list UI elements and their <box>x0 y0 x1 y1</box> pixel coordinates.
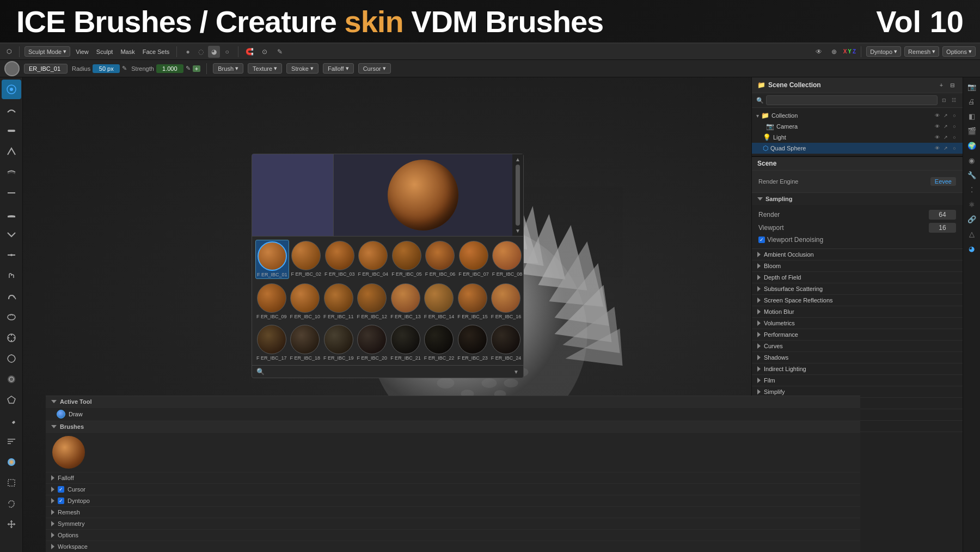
simplify-brush-icon[interactable] <box>2 432 21 451</box>
stroke-dropdown[interactable]: Stroke ▾ <box>286 63 318 74</box>
snapping-icon[interactable]: 🧲 <box>243 46 255 58</box>
overlay-icon[interactable]: 👁 <box>813 46 825 58</box>
brush-item-17[interactable]: F ER_IBC_17 <box>255 324 288 362</box>
brush-item-08[interactable]: F ER_IBC_08 <box>491 240 524 279</box>
symmetry-section[interactable]: Symmetry <box>46 518 860 530</box>
collection-item-light[interactable]: 💡 Light 👁 ↗ ○ <box>752 132 963 143</box>
dyntopo-checkbox[interactable]: ✓ <box>58 498 64 504</box>
brush-panel-down-btn[interactable]: ▼ <box>515 228 520 234</box>
flatten-tool-icon[interactable] <box>2 183 21 203</box>
clay-tool-icon[interactable] <box>2 100 21 120</box>
options-dropdown[interactable]: Options ▾ <box>942 46 976 57</box>
brush-item-07[interactable]: F ER_IBC_07 <box>457 240 490 279</box>
render-engine-value[interactable]: Eevee <box>930 177 956 186</box>
camera-select-icon[interactable]: ↗ <box>942 123 950 130</box>
performance-section[interactable]: Performance <box>752 329 963 341</box>
sampling-header[interactable]: Sampling <box>752 193 963 205</box>
render-value[interactable]: 64 <box>929 210 956 220</box>
solid-shading-icon[interactable]: ● <box>182 46 194 58</box>
filter-btn-1[interactable]: ⊡ <box>940 96 948 105</box>
blob-tool-icon[interactable] <box>2 349 21 368</box>
brush-search-input[interactable] <box>267 368 511 375</box>
dyntopo-dropdown[interactable]: Dyntopo ▾ <box>866 46 901 57</box>
pinch-tool-icon[interactable] <box>2 245 21 265</box>
brush-item-23[interactable]: F ER_IBC_23 <box>456 324 489 362</box>
depth-of-field-section[interactable]: Depth of Field <box>752 272 963 283</box>
cursor-section[interactable]: ✓ Cursor <box>46 484 860 495</box>
quad-sphere-eye-icon[interactable]: 👁 <box>933 144 941 152</box>
grab-tool-icon[interactable] <box>2 266 21 286</box>
elastic-deform-icon[interactable] <box>2 307 21 327</box>
smooth-tool-icon[interactable] <box>2 162 21 182</box>
brush-item-12[interactable]: F ER_IBC_12 <box>356 282 389 320</box>
view-layer-props-icon[interactable]: ◧ <box>965 109 979 123</box>
brush-item-02[interactable]: F ER_IBC_02 <box>290 240 323 279</box>
brush-item-11[interactable]: F ER_IBC_11 <box>322 282 355 320</box>
curves-section[interactable]: Curves <box>752 341 963 352</box>
new-collection-btn[interactable]: + <box>936 80 946 90</box>
gizmo-icon[interactable]: ⊕ <box>828 46 840 58</box>
brushes-header[interactable]: Brushes <box>46 421 860 433</box>
box-icon[interactable] <box>2 473 21 493</box>
snake-hook-icon[interactable] <box>2 287 21 306</box>
remesh-dropdown[interactable]: Remesh ▾ <box>904 46 939 57</box>
active-brush-indicator[interactable] <box>4 61 20 76</box>
rendered-icon[interactable]: ○ <box>221 46 233 58</box>
blender-logo[interactable]: ⬡ <box>4 47 14 56</box>
shadows-section[interactable]: Shadows <box>752 352 963 363</box>
sculpt-menu[interactable]: Sculpt <box>94 47 115 56</box>
camera-eye-icon[interactable]: 👁 <box>933 123 941 130</box>
active-tool-header[interactable]: Active Tool <box>46 396 860 408</box>
scene-props-icon[interactable]: 🎬 <box>965 124 979 138</box>
strength-value[interactable]: 1.000 <box>156 64 183 73</box>
strength-edit-icon[interactable]: ✎ <box>186 65 191 72</box>
brush-item-10[interactable]: F ER_IBC_10 <box>289 282 322 320</box>
xyz-widget[interactable]: X Y Z <box>843 48 856 54</box>
light-select-icon[interactable]: ↗ <box>942 134 950 141</box>
screen-space-reflections-section[interactable]: Screen Space Reflections <box>752 295 963 306</box>
brush-item-09[interactable]: F ER_IBC_09 <box>255 282 288 320</box>
indirect-lighting-section[interactable]: Indirect Lighting <box>752 363 963 375</box>
output-props-icon[interactable]: 🖨 <box>965 94 979 108</box>
paint-icon[interactable] <box>2 411 21 430</box>
cursor-checkbox[interactable]: ✓ <box>58 486 64 493</box>
physics-props-icon[interactable]: ⚛ <box>965 197 979 211</box>
object-props-icon[interactable]: ◉ <box>965 153 979 167</box>
wireframe-icon[interactable]: ◌ <box>195 46 207 58</box>
subsurface-scattering-section[interactable]: Subsurface Scattering <box>752 283 963 295</box>
strength-add-icon[interactable]: + <box>193 65 200 72</box>
bloom-section[interactable]: Bloom <box>752 260 963 272</box>
brush-item-14[interactable]: F ER_IBC_14 <box>423 282 456 320</box>
dyntopo-section[interactable]: ✓ Dyntopo <box>46 495 860 507</box>
options-section[interactable]: Options <box>46 530 860 541</box>
collection-item-camera[interactable]: 📷 Camera 👁 ↗ ○ <box>752 121 963 132</box>
workspace-section[interactable]: Workspace <box>46 541 860 552</box>
brush-item-18[interactable]: F ER_IBC_18 <box>289 324 322 362</box>
material-props-icon[interactable]: ◕ <box>965 241 979 256</box>
motion-blur-section[interactable]: Motion Blur <box>752 306 963 318</box>
mask-menu[interactable]: Mask <box>118 47 137 56</box>
brush-item-21[interactable]: F ER_IBC_21 <box>389 324 422 362</box>
particles-props-icon[interactable]: ⁚ <box>965 183 979 197</box>
light-eye-icon[interactable]: 👁 <box>933 134 941 141</box>
collection-item-quad-sphere[interactable]: ⬡ Quad Sphere 👁 ↗ ○ <box>752 143 963 154</box>
brush-item-01[interactable]: F ER_IBC_01 <box>255 240 289 279</box>
brush-item-24[interactable]: F ER_IBC_24 <box>490 324 523 362</box>
proportional-editing-icon[interactable]: ⊙ <box>259 46 271 58</box>
view-menu[interactable]: View <box>74 47 91 56</box>
brush-item-16[interactable]: F ER_IBC_16 <box>490 282 523 320</box>
constraints-props-icon[interactable]: 🔗 <box>965 212 979 226</box>
brush-item-06[interactable]: F ER_IBC_06 <box>424 240 457 279</box>
quad-sphere-select-icon[interactable]: ↗ <box>942 144 950 152</box>
clay-strips-icon[interactable] <box>2 121 21 141</box>
mask-tool-icon[interactable] <box>2 369 21 389</box>
color-tool-icon[interactable] <box>2 452 21 472</box>
scene-search-input[interactable] <box>766 95 938 105</box>
falloff-section[interactable]: Falloff <box>46 472 860 484</box>
transform-tool-icon[interactable] <box>2 514 21 534</box>
brush-item-15[interactable]: F ER_IBC_15 <box>456 282 489 320</box>
filter-btn-2[interactable]: ☷ <box>950 96 958 105</box>
remesh-section[interactable]: Remesh <box>46 507 860 518</box>
filter-collection-btn[interactable]: ⊟ <box>947 80 957 90</box>
draw-tool-icon[interactable] <box>2 80 21 99</box>
